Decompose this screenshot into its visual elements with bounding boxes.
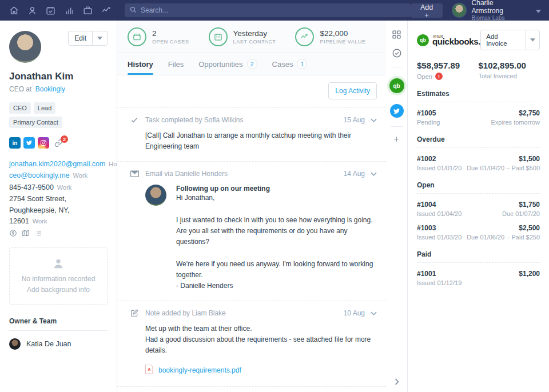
map-icon[interactable] bbox=[22, 229, 30, 237]
tab-files[interactable]: Files bbox=[168, 53, 184, 75]
edit-button[interactable]: Edit bbox=[68, 31, 108, 46]
cases-icon[interactable] bbox=[78, 0, 97, 21]
invoice-row[interactable]: #1003 Issued 01/03/20 $2,500 Due 01/06/2… bbox=[417, 224, 540, 241]
invoice-status: Pending bbox=[417, 119, 440, 126]
email-row: ceo@bookingly.meWork bbox=[9, 170, 108, 181]
tasks-check-circle-icon[interactable] bbox=[392, 48, 402, 58]
chevron-down-icon[interactable] bbox=[371, 172, 377, 176]
invoice-issued: Issued 01/03/20 bbox=[417, 234, 462, 241]
entry-title: Task completed by Sofia Wilkins bbox=[145, 116, 243, 124]
main-panel: 2 OPEN CASES Yesterday LAST CONTACT bbox=[117, 21, 386, 392]
user-avatar bbox=[452, 3, 466, 18]
chevron-down-icon[interactable] bbox=[371, 118, 377, 122]
entry-title: Email via Danielle Henders bbox=[145, 170, 228, 178]
people-icon[interactable] bbox=[23, 0, 41, 21]
add-invoice-label[interactable]: Add Invoice bbox=[481, 30, 526, 50]
add-background-info[interactable]: No information recorded Add background i… bbox=[9, 247, 108, 305]
home-icon[interactable] bbox=[5, 0, 23, 21]
contact-type: Home bbox=[109, 161, 117, 167]
add-invoice-button[interactable]: Add Invoice bbox=[480, 30, 540, 50]
search-input[interactable] bbox=[141, 6, 405, 14]
tag-list: CEO Lead Primary Contact bbox=[9, 102, 108, 128]
pipeline-icon bbox=[295, 27, 314, 46]
person-silhouette-icon bbox=[52, 257, 65, 270]
invoice-issued: Issued 01/04/20 bbox=[417, 210, 462, 217]
stat-value: 2 bbox=[152, 29, 189, 38]
invoice-number: #1001 bbox=[417, 270, 462, 278]
open-amount: $58,957.89 bbox=[417, 61, 479, 70]
svg-text:A: A bbox=[148, 367, 151, 372]
apps-grid-icon[interactable] bbox=[392, 30, 401, 39]
contact-name: Jonathan Kim bbox=[9, 71, 108, 82]
section-title: Overdue bbox=[417, 135, 540, 148]
timeline-entry-note: Note added by Liam Blake 10 Aug Met up w… bbox=[117, 301, 386, 387]
email-icon bbox=[130, 170, 139, 177]
last-contact-icon bbox=[209, 27, 228, 46]
collapse-panel-icon[interactable] bbox=[395, 378, 399, 385]
quickbooks-integration-icon[interactable]: qb bbox=[387, 76, 407, 95]
invoice-due: Due 01/06/20 – Paid $250 bbox=[467, 234, 540, 241]
timeline-entry-call: Call by Danielle Henders 9 Aug Spoke to … bbox=[117, 387, 386, 392]
reports-icon[interactable] bbox=[60, 0, 78, 21]
search-bar[interactable] bbox=[125, 3, 411, 17]
add-integration-icon[interactable] bbox=[393, 135, 400, 143]
section-title: Paid bbox=[417, 250, 540, 263]
top-nav: Add + Charlie Armstrong Biomax Labs bbox=[0, 0, 549, 21]
invoice-number: #1003 bbox=[417, 224, 462, 232]
invoice-row[interactable]: #1005 Pending $2,750 Expires tomorrow bbox=[417, 109, 540, 126]
add-invoice-chevron-down-icon[interactable] bbox=[526, 30, 539, 50]
invoice-amount: $1,750 bbox=[502, 201, 540, 209]
stat-label: PIPELINE VALUE bbox=[320, 39, 365, 45]
invoice-due: Due 01/07/20 bbox=[502, 210, 540, 217]
invoice-row[interactable]: #1001 Issued 01/12/19 $1,200 bbox=[417, 270, 540, 286]
invoice-row[interactable]: #1004 Issued 01/04/20 $1,750 Due 01/07/2… bbox=[417, 201, 540, 217]
company-link[interactable]: Bookingly bbox=[35, 85, 65, 93]
log-activity-button[interactable]: Log Activity bbox=[328, 82, 377, 99]
invoice-amount: $1,500 bbox=[467, 155, 540, 163]
email-body: Hi Jonathan, I just wanted to check in w… bbox=[176, 193, 377, 291]
invoice-number: #1004 bbox=[417, 201, 462, 209]
overdue-alert-icon: ! bbox=[435, 73, 443, 80]
calendar-icon[interactable] bbox=[42, 0, 60, 21]
email-link[interactable]: jonathan.kim2020@gmail.com bbox=[9, 160, 105, 168]
sender-avatar bbox=[145, 185, 166, 206]
team-member[interactable]: Katia De Juan bbox=[9, 338, 108, 350]
links-count-badge: 2 bbox=[61, 135, 68, 143]
user-menu[interactable]: Charlie Armstrong Biomax Labs bbox=[452, 0, 541, 22]
quickbooks-wordmark: quickbooks. bbox=[432, 38, 480, 45]
task-check-icon bbox=[130, 116, 139, 124]
tab-cases[interactable]: Cases1 bbox=[272, 53, 308, 75]
search-icon bbox=[130, 5, 137, 15]
section-title: Open bbox=[417, 181, 540, 194]
attachment-row: A bookingly-requirements.pdf bbox=[145, 365, 377, 376]
contact-sidebar: Edit Jonathan Kim CEO at Bookingly CEO L… bbox=[0, 21, 117, 392]
attachment-link[interactable]: bookingly-requirements.pdf bbox=[158, 366, 241, 374]
chevron-down-icon bbox=[536, 5, 541, 15]
add-button[interactable]: Add + bbox=[411, 3, 443, 18]
open-balance: $58,957.89 Open ! bbox=[417, 61, 479, 80]
open-label: Open bbox=[417, 73, 432, 80]
edit-chevron-down-icon[interactable] bbox=[92, 31, 107, 45]
link-icon[interactable]: 2 bbox=[52, 137, 65, 149]
last-contact-stat: Yesterday LAST CONTACT bbox=[209, 27, 276, 46]
sales-icon[interactable] bbox=[97, 0, 116, 21]
instagram-icon[interactable] bbox=[38, 137, 49, 149]
list-icon[interactable] bbox=[34, 229, 42, 237]
twitter-integration-icon[interactable] bbox=[390, 104, 404, 118]
edit-label[interactable]: Edit bbox=[69, 31, 92, 45]
entry-body: [Call] Call Jonathan to arrange a monthl… bbox=[145, 130, 377, 152]
invoice-row[interactable]: #1002 Issued 01/01/20 $1,500 Due 01/04/2… bbox=[417, 155, 540, 171]
user-name: Charlie Armstrong bbox=[472, 0, 525, 15]
add-background-text: Add background info bbox=[15, 286, 101, 294]
entry-date: 15 Aug bbox=[344, 116, 365, 124]
email-link[interactable]: ceo@bookingly.me bbox=[9, 171, 70, 179]
tab-opportunities[interactable]: Opportunities2 bbox=[198, 53, 257, 75]
tab-history[interactable]: History bbox=[128, 53, 153, 75]
twitter-icon[interactable] bbox=[23, 137, 35, 149]
linkedin-icon[interactable]: in bbox=[9, 137, 21, 149]
map-pin-icon[interactable] bbox=[9, 229, 17, 237]
team-member-avatar bbox=[9, 338, 21, 350]
chevron-down-icon[interactable] bbox=[371, 311, 377, 315]
phone-number: 845-437-9500 bbox=[9, 183, 54, 191]
invoice-issued: Issued 01/12/19 bbox=[417, 279, 462, 286]
